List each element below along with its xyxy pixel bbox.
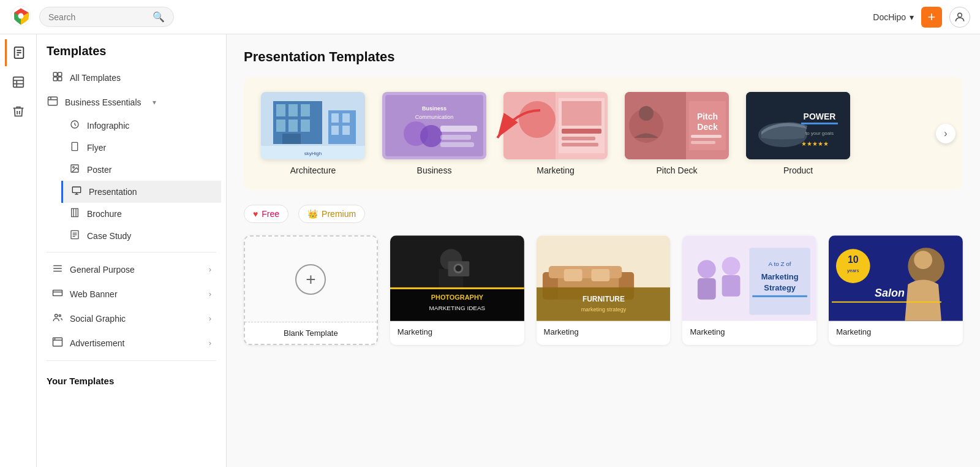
sidebar-icon-list[interactable] <box>5 69 32 96</box>
premium-label: Premium <box>322 209 356 219</box>
svg-rect-105 <box>548 266 621 278</box>
all-templates-label: All Templates <box>70 73 121 83</box>
svg-text:years: years <box>847 268 859 273</box>
sidebar-item-brochure[interactable]: Brochure <box>61 203 221 225</box>
dochipo-dropdown[interactable]: DocHipo ▾ <box>873 12 914 22</box>
svg-text:A to Z of: A to Z of <box>769 260 791 267</box>
product-label: Product <box>783 165 813 175</box>
header-left: 🔍 <box>10 5 174 29</box>
category-scroll: skyHigh Architecture Business Communicat… <box>261 92 946 175</box>
svg-point-123 <box>914 251 932 269</box>
svg-text:10: 10 <box>848 254 859 265</box>
poster-icon <box>69 164 81 176</box>
brochure-icon <box>69 208 81 220</box>
search-input[interactable] <box>48 12 148 22</box>
flyer-icon <box>69 142 81 154</box>
svg-rect-73 <box>562 143 598 146</box>
content-area: Presentation Templates <box>227 34 980 467</box>
scroll-right-button[interactable]: › <box>936 124 956 143</box>
category-architecture[interactable]: skyHigh Architecture <box>261 92 365 175</box>
category-product[interactable]: POWER to your goals ★★★★★ Product <box>746 92 850 175</box>
blank-thumb: + <box>245 237 377 322</box>
pitch-deck-label: Pitch Deck <box>657 165 698 175</box>
advertisement-chevron: › <box>209 339 211 347</box>
sidebar-item-case-study[interactable]: Case Study <box>61 225 221 247</box>
svg-rect-108 <box>537 287 671 321</box>
category-business[interactable]: Business Communication Business <box>382 92 486 175</box>
infographic-label: Infographic <box>87 121 129 131</box>
filter-row: ♥ Free 👑 Premium <box>244 205 963 223</box>
svg-point-1 <box>18 13 24 18</box>
advertisement-label: Advertisement <box>70 338 124 348</box>
svg-rect-115 <box>722 275 741 297</box>
svg-rect-88 <box>801 123 838 124</box>
template-card-marketing-3[interactable]: A to Z of Marketing Strategy Marketing <box>682 235 816 345</box>
sidebar-item-general-purpose[interactable]: General Purpose › <box>42 257 221 282</box>
sidebar-item-flyer[interactable]: Flyer <box>61 137 221 159</box>
svg-text:FURNITURE: FURNITURE <box>582 295 625 303</box>
svg-point-96 <box>455 265 461 271</box>
sidebar-item-poster[interactable]: Poster <box>61 159 221 181</box>
marketing-3-label: Marketing <box>682 321 816 343</box>
filter-premium[interactable]: 👑 Premium <box>298 205 365 223</box>
sidebar-item-social-graphic[interactable]: Social Graphic › <box>42 306 221 331</box>
business-essentials-chevron: ▾ <box>153 98 156 107</box>
sidebar-item-infographic[interactable]: Infographic <box>61 115 221 137</box>
svg-rect-113 <box>698 278 716 300</box>
svg-rect-128 <box>832 302 941 303</box>
svg-rect-19 <box>72 142 77 150</box>
svg-rect-54 <box>342 126 350 135</box>
marketing-1-label: Marketing <box>390 321 524 343</box>
social-graphic-icon <box>51 312 64 325</box>
social-graphic-chevron: › <box>209 314 211 323</box>
svg-text:skyHigh: skyHigh <box>304 151 322 156</box>
svg-rect-13 <box>53 77 57 81</box>
sidebar-icon-document[interactable] <box>5 39 32 66</box>
plus-icon: + <box>295 264 326 295</box>
free-label: Free <box>262 209 279 219</box>
template-card-blank[interactable]: + Blank Template <box>244 235 378 345</box>
web-banner-icon <box>51 287 64 301</box>
search-box[interactable]: 🔍 <box>39 7 174 27</box>
svg-rect-12 <box>58 72 62 76</box>
svg-rect-49 <box>282 134 301 144</box>
filter-free[interactable]: ♥ Free <box>244 205 288 223</box>
svg-rect-51 <box>331 113 339 123</box>
nav-title: Templates <box>37 44 226 66</box>
sidebar-icon-trash[interactable] <box>5 98 32 125</box>
svg-text:MARKETING IDEAS: MARKETING IDEAS <box>429 305 485 311</box>
sidebar-item-web-banner[interactable]: Web Banner › <box>42 282 221 306</box>
marketing-1-thumb: PHOTOGRAPHY MARKETING IDEAS <box>390 235 524 321</box>
category-marketing[interactable]: Marketing <box>503 92 608 175</box>
presentation-label: Presentation <box>89 187 137 197</box>
svg-rect-43 <box>276 104 285 116</box>
business-essentials-icon <box>47 96 59 109</box>
case-study-icon <box>69 230 81 242</box>
svg-point-36 <box>55 314 58 317</box>
blank-template-label: Blank Template <box>276 322 345 344</box>
svg-text:★★★★★: ★★★★★ <box>801 140 829 147</box>
template-card-marketing-2[interactable]: FURNITURE marketing strategy Marketing <box>537 235 671 345</box>
svg-rect-70 <box>562 101 601 126</box>
business-thumb: Business Communication <box>382 92 486 159</box>
template-card-marketing-4[interactable]: 10 years Salon Marketing <box>829 235 963 345</box>
user-avatar[interactable] <box>949 7 970 28</box>
add-button[interactable]: + <box>921 7 942 28</box>
svg-text:Pitch: Pitch <box>697 112 718 121</box>
svg-rect-53 <box>331 126 339 135</box>
template-card-marketing-1[interactable]: PHOTOGRAPHY MARKETING IDEAS Marketing <box>390 235 524 345</box>
svg-rect-83 <box>691 141 715 144</box>
marketing-3-thumb: A to Z of Marketing Strategy <box>682 235 816 321</box>
header: 🔍 DocHipo ▾ + <box>0 0 980 34</box>
architecture-label: Architecture <box>290 165 336 175</box>
logo[interactable] <box>10 5 32 29</box>
svg-point-112 <box>698 260 716 278</box>
sidebar-item-presentation[interactable]: Presentation <box>61 181 221 203</box>
sidebar-item-advertisement[interactable]: Advertisement › <box>42 331 221 355</box>
svg-point-62 <box>420 125 442 147</box>
sidebar-item-business-essentials[interactable]: Business Essentials ▾ <box>37 90 226 115</box>
heart-icon: ♥ <box>253 209 258 219</box>
category-pitch-deck[interactable]: Pitch Deck Pitch Deck <box>625 92 729 175</box>
svg-rect-106 <box>564 269 582 281</box>
sidebar-item-all-templates[interactable]: All Templates <box>42 66 221 90</box>
